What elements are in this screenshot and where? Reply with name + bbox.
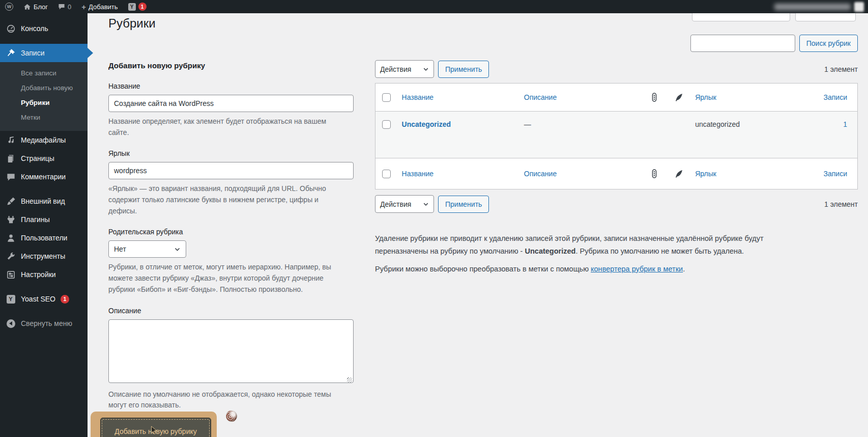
- column-footer-name[interactable]: Название: [402, 170, 434, 178]
- items-count-bottom: 1 элемент: [824, 200, 858, 208]
- sidebar-item-settings[interactable]: Настройки: [0, 265, 88, 284]
- main-content: Рубрики Добавить новую рубрику Название …: [88, 13, 868, 437]
- category-posts-count-link[interactable]: 1: [843, 120, 847, 128]
- comments-icon: [6, 172, 16, 182]
- name-input[interactable]: [108, 95, 354, 112]
- wordpress-logo-menu[interactable]: W: [0, 0, 18, 13]
- parent-help-text: Рубрики, в отличие от меток, могут иметь…: [108, 262, 348, 295]
- settings-icon: [6, 269, 16, 280]
- name-help-text: Название определяет, как элемент будет о…: [108, 116, 348, 138]
- yoast-logo-icon: Y: [128, 3, 136, 11]
- sidebar-item-label: Страницы: [21, 154, 54, 162]
- sidebar-item-plugins[interactable]: Плагины: [0, 210, 88, 229]
- convert-note: Рубрики можно выборочно преобразовать в …: [375, 263, 777, 276]
- apply-button-bottom[interactable]: Применить: [438, 196, 489, 213]
- slug-input[interactable]: [108, 162, 354, 179]
- parent-category-select[interactable]: Нет: [108, 240, 186, 258]
- apply-button[interactable]: Применить: [438, 61, 489, 78]
- yoast-icon: Y: [6, 294, 16, 304]
- bulk-actions-top: Действия Применить 1 элемент: [375, 60, 858, 78]
- dashboard-icon: [6, 23, 16, 34]
- column-footer-posts[interactable]: Записи: [824, 170, 847, 178]
- description-label: Описание: [108, 307, 354, 315]
- category-to-tag-converter-link[interactable]: конвертера рубрик в метки: [591, 265, 683, 273]
- table-header-row: Название Описание Ярлык Запис: [375, 84, 858, 112]
- chevron-down-icon: [423, 201, 429, 207]
- sidebar-item-appearance[interactable]: Внешний вид: [0, 192, 88, 210]
- description-field-group: Описание Описание по умолчанию не отобра…: [108, 307, 354, 411]
- comments-count: 0: [68, 3, 71, 11]
- pages-icon: [6, 153, 16, 163]
- category-notes: Удаление рубрики не приводит к удалению …: [375, 232, 777, 276]
- sidebar-item-label: Комментарии: [21, 173, 66, 181]
- category-name-link[interactable]: Uncategorized: [402, 120, 451, 128]
- sidebar-item-label: Yoast SEO: [21, 295, 55, 303]
- search-categories-button[interactable]: Поиск рубрик: [799, 35, 858, 52]
- categories-list-panel: Поиск рубрик Действия Применить 1 элемен…: [375, 13, 858, 276]
- media-icon: [6, 135, 16, 145]
- add-category-form: Добавить новую рубрику Название Название…: [108, 61, 354, 422]
- plus-icon: +: [81, 3, 86, 11]
- sidebar-item-yoast-seo[interactable]: Y Yoast SEO 1: [0, 290, 88, 308]
- table-row: Uncategorized — uncategorized 1: [375, 112, 858, 158]
- submenu-categories[interactable]: Рубрики: [0, 95, 88, 110]
- search-categories-input[interactable]: [690, 35, 795, 52]
- sidebar-item-dashboard[interactable]: Консоль: [0, 19, 88, 38]
- sidebar-item-tools[interactable]: Инструменты: [0, 247, 88, 265]
- column-footer-description[interactable]: Описание: [524, 170, 557, 178]
- new-content-menu[interactable]: + Добавить: [76, 0, 123, 13]
- yoast-notification-badge: 1: [138, 3, 147, 11]
- yoast-admin-bar-menu[interactable]: Y 1: [123, 0, 152, 13]
- parent-label: Родительская рубрика: [108, 228, 354, 236]
- select-all-checkbox[interactable]: [382, 93, 391, 102]
- comment-bubble-icon: [58, 3, 65, 10]
- sidebar-item-label: Внешний вид: [21, 197, 65, 205]
- search-row: Поиск рубрик: [375, 35, 858, 52]
- tools-icon: [6, 251, 16, 261]
- column-footer-slug[interactable]: Ярлык: [695, 170, 716, 178]
- select-all-checkbox-bottom[interactable]: [382, 170, 391, 178]
- resize-grip-icon[interactable]: [347, 377, 352, 383]
- sidebar-item-label: Настройки: [21, 270, 56, 279]
- comments-shortcut[interactable]: 0: [53, 0, 76, 13]
- bulk-actions-label: Действия: [380, 65, 411, 73]
- sidebar-item-posts[interactable]: Записи: [0, 44, 88, 62]
- sidebar-item-media[interactable]: Медиафайлы: [0, 131, 88, 149]
- submenu-tags[interactable]: Метки: [0, 110, 88, 125]
- seo-score-column-icon: [649, 169, 659, 179]
- sidebar-item-label: Медиафайлы: [21, 136, 66, 144]
- column-header-name[interactable]: Название: [402, 93, 434, 101]
- column-header-description[interactable]: Описание: [524, 93, 557, 101]
- sidebar-item-pages[interactable]: Страницы: [0, 149, 88, 168]
- user-avatar[interactable]: [854, 2, 864, 12]
- bulk-actions-select[interactable]: Действия: [375, 60, 434, 78]
- yoast-sidebar-badge: 1: [61, 295, 69, 304]
- sidebar-item-label: Свернуть меню: [21, 319, 72, 327]
- bulk-actions-select-bottom[interactable]: Действия: [375, 195, 434, 213]
- description-textarea[interactable]: [108, 319, 354, 383]
- sidebar-item-collapse-menu[interactable]: Свернуть меню: [0, 314, 88, 333]
- column-header-slug[interactable]: Ярлык: [695, 93, 716, 101]
- row-checkbox[interactable]: [382, 120, 391, 129]
- name-field-group: Название Название определяет, как элемен…: [108, 82, 354, 138]
- bulk-actions-bottom: Действия Применить 1 элемент: [375, 195, 858, 213]
- categories-table: Название Описание Ярлык Запис: [375, 83, 858, 189]
- name-label: Название: [108, 82, 354, 90]
- delete-note-bold: Uncategorized: [525, 247, 575, 255]
- bulk-actions-label: Действия: [380, 200, 411, 208]
- wordpress-logo-icon: W: [5, 3, 13, 11]
- sidebar-item-comments[interactable]: Комментарии: [0, 168, 88, 186]
- user-account-redacted[interactable]: [774, 4, 851, 10]
- sidebar-item-users[interactable]: Пользователи: [0, 229, 88, 247]
- sidebar-item-label: Пользователи: [21, 234, 67, 242]
- sidebar-item-label: Инструменты: [21, 252, 65, 260]
- mouse-cursor-icon: [151, 426, 159, 435]
- submenu-all-posts[interactable]: Все записи: [0, 66, 88, 80]
- column-header-posts[interactable]: Записи: [824, 93, 847, 101]
- pushpin-icon: [6, 48, 16, 58]
- site-name-link[interactable]: Блог: [18, 0, 53, 13]
- admin-bar: W Блог 0 + Добавить Y 1: [0, 0, 868, 13]
- slug-help-text: «Ярлык» — это вариант названия, подходящ…: [108, 183, 348, 216]
- submenu-add-new[interactable]: Добавить новую: [0, 80, 88, 95]
- active-menu-arrow: [88, 48, 98, 58]
